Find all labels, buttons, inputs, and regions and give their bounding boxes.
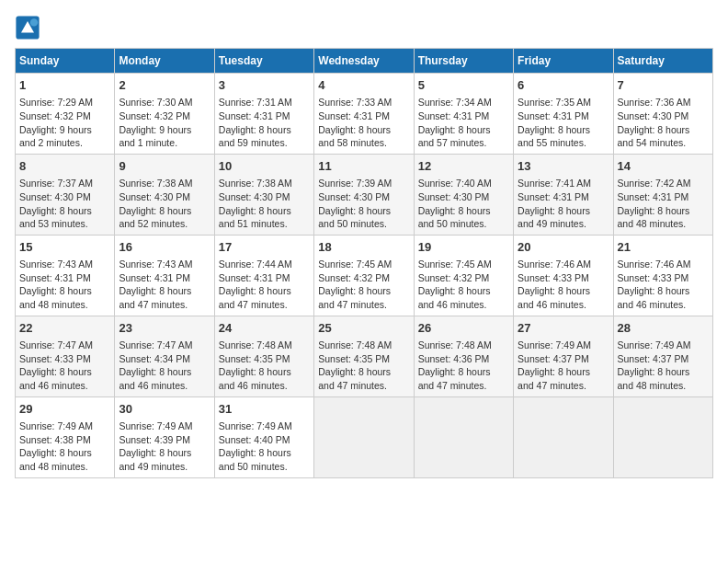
calendar-cell: 10Sunrise: 7:38 AMSunset: 4:30 PMDayligh…: [214, 154, 313, 235]
logo: [15, 15, 42, 40]
day-number: 18: [318, 239, 409, 256]
page-header: [15, 15, 713, 40]
calendar-week-3: 15Sunrise: 7:43 AMSunset: 4:31 PMDayligh…: [16, 235, 713, 316]
calendar-cell: [613, 396, 712, 477]
day-number: 27: [518, 320, 609, 337]
calendar-cell: 16Sunrise: 7:43 AMSunset: 4:31 PMDayligh…: [115, 235, 214, 316]
calendar-table: SundayMondayTuesdayWednesdayThursdayFrid…: [15, 48, 713, 478]
calendar-cell: [514, 396, 613, 477]
calendar-cell: 15Sunrise: 7:43 AMSunset: 4:31 PMDayligh…: [16, 235, 115, 316]
calendar-cell: 5Sunrise: 7:34 AMSunset: 4:31 PMDaylight…: [414, 74, 513, 155]
day-number: 15: [19, 239, 110, 256]
column-header-saturday: Saturday: [613, 49, 712, 74]
calendar-cell: 4Sunrise: 7:33 AMSunset: 4:31 PMDaylight…: [314, 74, 414, 155]
calendar-cell: 22Sunrise: 7:47 AMSunset: 4:33 PMDayligh…: [16, 316, 115, 396]
day-number: 6: [518, 77, 609, 94]
calendar-cell: 27Sunrise: 7:49 AMSunset: 4:37 PMDayligh…: [514, 316, 613, 396]
day-number: 28: [618, 320, 709, 337]
calendar-cell: 9Sunrise: 7:38 AMSunset: 4:30 PMDaylight…: [115, 154, 214, 235]
calendar-cell: 2Sunrise: 7:30 AMSunset: 4:32 PMDaylight…: [115, 74, 214, 155]
day-number: 23: [119, 320, 210, 337]
calendar-cell: 31Sunrise: 7:49 AMSunset: 4:40 PMDayligh…: [214, 396, 313, 477]
day-number: 24: [219, 320, 310, 337]
calendar-cell: 12Sunrise: 7:40 AMSunset: 4:30 PMDayligh…: [414, 154, 513, 235]
day-number: 2: [119, 77, 210, 94]
day-number: 7: [618, 77, 709, 94]
column-header-thursday: Thursday: [414, 49, 513, 74]
calendar-cell: 8Sunrise: 7:37 AMSunset: 4:30 PMDaylight…: [16, 154, 115, 235]
logo-icon: [15, 15, 40, 40]
calendar-cell: 29Sunrise: 7:49 AMSunset: 4:38 PMDayligh…: [16, 396, 115, 477]
calendar-cell: 26Sunrise: 7:48 AMSunset: 4:36 PMDayligh…: [414, 316, 513, 396]
day-number: 3: [219, 77, 310, 94]
day-number: 19: [418, 239, 509, 256]
calendar-cell: 30Sunrise: 7:49 AMSunset: 4:39 PMDayligh…: [115, 396, 214, 477]
column-header-sunday: Sunday: [16, 49, 115, 74]
calendar-cell: 23Sunrise: 7:47 AMSunset: 4:34 PMDayligh…: [115, 316, 214, 396]
calendar-cell: 28Sunrise: 7:49 AMSunset: 4:37 PMDayligh…: [613, 316, 712, 396]
day-number: 31: [219, 401, 310, 418]
day-number: 16: [119, 239, 210, 256]
calendar-cell: 6Sunrise: 7:35 AMSunset: 4:31 PMDaylight…: [514, 74, 613, 155]
calendar-week-2: 8Sunrise: 7:37 AMSunset: 4:30 PMDaylight…: [16, 154, 713, 235]
calendar-cell: 7Sunrise: 7:36 AMSunset: 4:30 PMDaylight…: [613, 74, 712, 155]
day-number: 5: [418, 77, 509, 94]
day-number: 14: [618, 158, 709, 175]
day-number: 21: [618, 239, 709, 256]
day-number: 30: [119, 401, 210, 418]
column-header-friday: Friday: [514, 49, 613, 74]
calendar-cell: 14Sunrise: 7:42 AMSunset: 4:31 PMDayligh…: [613, 154, 712, 235]
calendar-cell: 11Sunrise: 7:39 AMSunset: 4:30 PMDayligh…: [314, 154, 414, 235]
calendar-cell: 25Sunrise: 7:48 AMSunset: 4:35 PMDayligh…: [314, 316, 414, 396]
calendar-cell: 18Sunrise: 7:45 AMSunset: 4:32 PMDayligh…: [314, 235, 414, 316]
day-number: 26: [418, 320, 509, 337]
calendar-cell: [314, 396, 414, 477]
calendar-cell: [414, 396, 513, 477]
day-number: 13: [518, 158, 609, 175]
calendar-cell: 13Sunrise: 7:41 AMSunset: 4:31 PMDayligh…: [514, 154, 613, 235]
svg-point-2: [30, 18, 38, 26]
column-header-tuesday: Tuesday: [214, 49, 313, 74]
day-number: 22: [19, 320, 110, 337]
day-number: 20: [518, 239, 609, 256]
day-number: 11: [318, 158, 409, 175]
day-number: 10: [219, 158, 310, 175]
column-header-wednesday: Wednesday: [314, 49, 414, 74]
calendar-week-4: 22Sunrise: 7:47 AMSunset: 4:33 PMDayligh…: [16, 316, 713, 396]
calendar-cell: 19Sunrise: 7:45 AMSunset: 4:32 PMDayligh…: [414, 235, 513, 316]
calendar-cell: 1Sunrise: 7:29 AMSunset: 4:32 PMDaylight…: [16, 74, 115, 155]
calendar-cell: 17Sunrise: 7:44 AMSunset: 4:31 PMDayligh…: [214, 235, 313, 316]
day-number: 25: [318, 320, 409, 337]
calendar-cell: 24Sunrise: 7:48 AMSunset: 4:35 PMDayligh…: [214, 316, 313, 396]
day-number: 29: [19, 401, 110, 418]
calendar-header-row: SundayMondayTuesdayWednesdayThursdayFrid…: [16, 49, 713, 74]
day-number: 9: [119, 158, 210, 175]
calendar-week-5: 29Sunrise: 7:49 AMSunset: 4:38 PMDayligh…: [16, 396, 713, 477]
calendar-week-1: 1Sunrise: 7:29 AMSunset: 4:32 PMDaylight…: [16, 74, 713, 155]
day-number: 4: [318, 77, 409, 94]
calendar-cell: 20Sunrise: 7:46 AMSunset: 4:33 PMDayligh…: [514, 235, 613, 316]
day-number: 17: [219, 239, 310, 256]
calendar-cell: 3Sunrise: 7:31 AMSunset: 4:31 PMDaylight…: [214, 74, 313, 155]
calendar-cell: 21Sunrise: 7:46 AMSunset: 4:33 PMDayligh…: [613, 235, 712, 316]
day-number: 12: [418, 158, 509, 175]
day-number: 8: [19, 158, 110, 175]
column-header-monday: Monday: [115, 49, 214, 74]
day-number: 1: [19, 77, 110, 94]
